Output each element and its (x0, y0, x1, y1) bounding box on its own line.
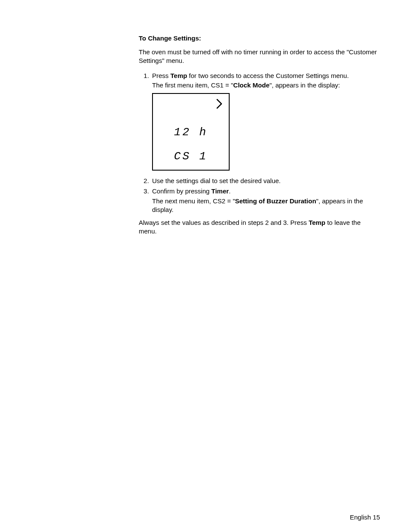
steps-list: Press Temp for two seconds to access the… (139, 72, 380, 215)
step-1: Press Temp for two seconds to access the… (151, 72, 380, 171)
content-column: To Change Settings: The oven must be tur… (139, 34, 380, 242)
step-2: Use the settings dial to set the desired… (151, 177, 380, 185)
chevron-right-icon (216, 98, 224, 112)
step-3-timer-label: Timer (212, 187, 229, 195)
step-3-line2: The next menu item, CS2 = "Setting of Bu… (152, 197, 380, 215)
step-1-line2: The first menu item, CS1 = "Clock Mode",… (152, 81, 380, 90)
oven-display-figure: 12 h CS 1 (152, 93, 230, 171)
step-3: Confirm by pressing Timer. The next menu… (151, 187, 380, 214)
step-1-line2-c: ", appears in the display: (270, 81, 340, 89)
display-line-2: CS 1 (153, 149, 229, 164)
step-1-text-c: for two seconds to access the Customer S… (187, 72, 349, 79)
step-2-text: Use the settings dial to set the desired… (152, 177, 281, 184)
step-1-line2-a: The first menu item, CS1 = " (152, 81, 233, 89)
step-1-text-a: Press (152, 72, 171, 79)
step-3-line2-a: The next menu item, CS2 = " (152, 197, 235, 205)
outro-a: Always set the values as described in st… (139, 219, 308, 226)
step-1-temp-label: Temp (171, 72, 187, 79)
section-heading: To Change Settings: (139, 34, 380, 42)
step-3-buzzer-label: Setting of Buzzer Duration (235, 197, 316, 205)
page: To Change Settings: The oven must be tur… (0, 0, 411, 532)
outro-paragraph: Always set the values as described in st… (139, 218, 380, 236)
intro-paragraph: The oven must be turned off with no time… (139, 48, 380, 65)
page-footer: English 15 (350, 513, 380, 521)
outro-temp-label: Temp (308, 219, 325, 226)
step-3-text-a: Confirm by pressing (152, 187, 212, 195)
display-line-1: 12 h (153, 125, 229, 140)
step-3-text-c: . (229, 187, 230, 195)
step-1-clockmode-label: Clock Mode (233, 81, 269, 89)
